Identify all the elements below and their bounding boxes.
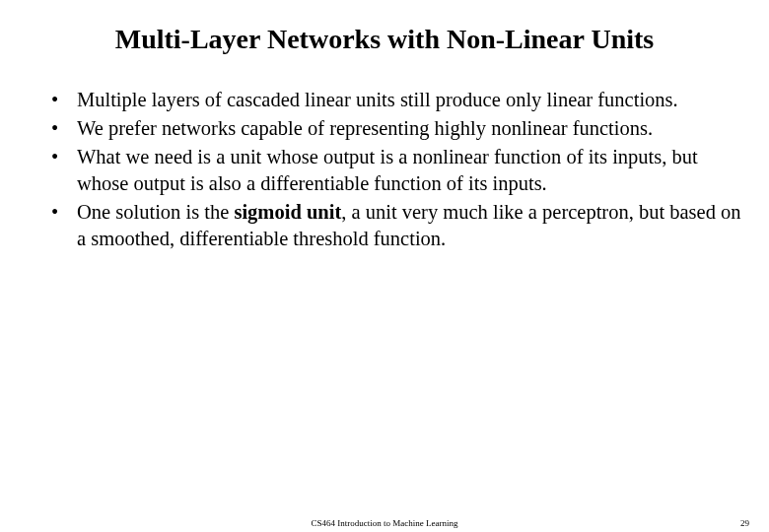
bullet-dot: •: [49, 115, 77, 142]
bullet-dot: •: [49, 199, 77, 252]
list-item: • Multiple layers of cascaded linear uni…: [49, 87, 747, 113]
slide: Multi-Layer Networks with Non-Linear Uni…: [0, 0, 769, 532]
bullet-pre: One solution is the: [77, 201, 234, 223]
bullet-dot: •: [49, 87, 77, 113]
list-item: • We prefer networks capable of represen…: [49, 115, 747, 142]
bullet-list: • Multiple layers of cascaded linear uni…: [20, 87, 749, 252]
footer-course: CS464 Introduction to Machine Learning: [312, 518, 458, 528]
bullet-text: What we need is a unit whose output is a…: [77, 144, 747, 197]
bullet-bold: sigmoid unit: [234, 201, 341, 223]
bullet-text: One solution is the sigmoid unit, a unit…: [77, 199, 747, 252]
bullet-text: Multiple layers of cascaded linear units…: [77, 87, 747, 113]
list-item: • What we need is a unit whose output is…: [49, 144, 747, 197]
list-item: • One solution is the sigmoid unit, a un…: [49, 199, 747, 252]
bullet-text: We prefer networks capable of representi…: [77, 115, 747, 142]
footer-page: 29: [740, 518, 749, 528]
bullet-dot: •: [49, 144, 77, 197]
slide-title: Multi-Layer Networks with Non-Linear Uni…: [20, 24, 749, 55]
